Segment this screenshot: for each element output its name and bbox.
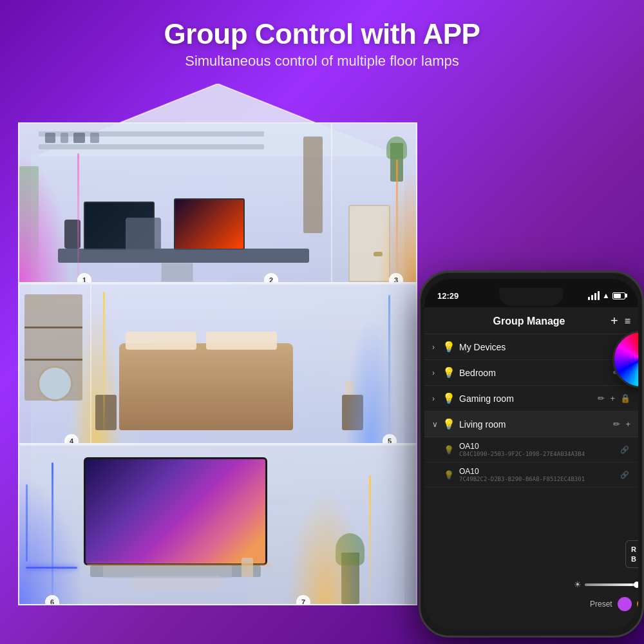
room-number-5: 5 bbox=[383, 434, 397, 444]
group-row-gaming-room[interactable]: › 💡 Gaming room ✏ + 🔒 bbox=[424, 386, 638, 412]
color-r-row: R 208 bbox=[631, 545, 638, 553]
device-name-1: OA10 bbox=[459, 442, 620, 451]
add-button-gaming-room[interactable]: + bbox=[610, 393, 615, 403]
battery-tip bbox=[625, 294, 627, 298]
add-button-living-room[interactable]: + bbox=[625, 419, 630, 429]
status-icons: ▲ bbox=[588, 291, 625, 300]
group-name-living-room: Living room bbox=[459, 419, 613, 430]
floor-mid: 4 5 bbox=[18, 283, 417, 444]
app-header: Group Manage + ≡ bbox=[424, 307, 638, 334]
signal-bar-3 bbox=[594, 293, 596, 300]
rooms-wrapper: 1 2 3 bbox=[18, 122, 417, 605]
color-r-label: R bbox=[631, 545, 638, 553]
menu-button[interactable]: ≡ bbox=[625, 316, 630, 327]
room-number-7: 7 bbox=[296, 595, 310, 605]
group-actions-living-room: ✏ + bbox=[613, 419, 630, 429]
group-row-my-devices[interactable]: › 💡 My Devices ↻ bbox=[424, 334, 638, 360]
battery-icon bbox=[612, 292, 625, 299]
house-illustration: 1 2 3 bbox=[12, 84, 424, 605]
room-number-6: 6 bbox=[45, 595, 59, 605]
device-item-2: 💡 OA10 7C49B2C2-D2B3-B290-B6A8-F8512EC4B… bbox=[424, 462, 638, 488]
device-info-1: OA10 C84C1090-2503-9F2C-1098-27E4A034A3B… bbox=[459, 442, 620, 457]
add-group-button[interactable]: + bbox=[611, 314, 618, 328]
chevron-icon-living-room: ∨ bbox=[432, 420, 439, 429]
brightness-fill bbox=[585, 583, 636, 586]
floor-bot: 6 7 bbox=[18, 444, 417, 605]
room-number-3: 3 bbox=[389, 273, 403, 283]
phone-body: 12:29 ▲ bbox=[419, 270, 644, 638]
wifi-icon: ▲ bbox=[602, 291, 610, 300]
preset-label: Preset bbox=[590, 600, 612, 609]
status-time: 12:29 bbox=[437, 291, 459, 301]
color-b-label: B bbox=[631, 555, 638, 563]
app-content: Group Manage + ≡ › 💡 My Devices ↻ bbox=[424, 307, 638, 629]
edit-button-gaming-room[interactable]: ✏ bbox=[598, 393, 605, 403]
signal-bar-4 bbox=[598, 291, 600, 300]
edit-button-living-room[interactable]: ✏ bbox=[613, 419, 620, 429]
signal-bars bbox=[588, 291, 600, 300]
phone-mockup: 12:29 ▲ bbox=[419, 270, 644, 638]
main-subtitle: Simultaneous control of multiple floor l… bbox=[13, 53, 631, 70]
group-name-my-devices: My Devices bbox=[459, 342, 622, 352]
lock-button-gaming-room[interactable]: 🔒 bbox=[620, 393, 630, 403]
device-link-icon-1[interactable]: 🔗 bbox=[620, 446, 629, 454]
group-row-bedroom[interactable]: › 💡 Bedroom ✏ + bbox=[424, 360, 638, 386]
preset-row: Preset bbox=[590, 597, 638, 611]
device-bulb-icon-2: 💡 bbox=[444, 470, 454, 480]
color-panel: R 208 B 255 bbox=[625, 540, 638, 568]
phone-screen: 12:29 ▲ bbox=[424, 279, 638, 629]
color-b-row: B 255 bbox=[631, 555, 638, 563]
device-id-1: C84C1090-2503-9F2C-1098-27E4A034A3B4 bbox=[459, 451, 620, 457]
battery-fill bbox=[614, 294, 621, 298]
main-title: Group Control with APP bbox=[13, 18, 631, 50]
phone-notch bbox=[499, 288, 564, 306]
signal-bar-1 bbox=[588, 297, 590, 300]
preset-dot-purple[interactable] bbox=[618, 597, 632, 611]
device-name-2: OA10 bbox=[459, 467, 620, 476]
room-number-4: 4 bbox=[64, 434, 79, 444]
device-info-2: OA10 7C49B2C2-D2B3-B290-B6A8-F8512EC4B30… bbox=[459, 467, 620, 482]
bulb-icon-my-devices: 💡 bbox=[442, 341, 455, 353]
page-header: Group Control with APP Simultaneous cont… bbox=[0, 0, 644, 80]
bulb-icon-bedroom: 💡 bbox=[442, 366, 455, 379]
app-title: Group Manage bbox=[448, 316, 611, 327]
device-link-icon-2[interactable]: 🔗 bbox=[620, 471, 629, 479]
signal-bar-2 bbox=[591, 295, 593, 300]
bulb-icon-living-room: 💡 bbox=[442, 418, 455, 430]
room-number-2: 2 bbox=[264, 273, 278, 283]
chevron-icon-gaming-room: › bbox=[432, 394, 439, 403]
room-number-1: 1 bbox=[77, 273, 91, 283]
device-id-2: 7C49B2C2-D2B3-B290-B6A8-F8512EC4B301 bbox=[459, 476, 620, 482]
group-name-gaming-room: Gaming room bbox=[459, 393, 598, 404]
group-row-living-room[interactable]: ∨ 💡 Living room ✏ + bbox=[424, 412, 638, 437]
chevron-icon-bedroom: › bbox=[432, 368, 439, 377]
device-bulb-icon-1: 💡 bbox=[444, 445, 454, 455]
brightness-control: ☀ bbox=[574, 580, 638, 589]
group-name-bedroom: Bedroom bbox=[459, 368, 613, 378]
group-actions-gaming-room: ✏ + 🔒 bbox=[598, 393, 630, 403]
brightness-track[interactable] bbox=[585, 583, 638, 586]
chevron-icon-my-devices: › bbox=[432, 343, 439, 352]
preset-dot-orange[interactable] bbox=[637, 600, 638, 609]
brightness-sun-icon: ☀ bbox=[574, 580, 582, 589]
brightness-thumb[interactable] bbox=[634, 582, 638, 588]
device-item-1: 💡 OA10 C84C1090-2503-9F2C-1098-27E4A034A… bbox=[424, 437, 638, 462]
floor-top: 1 2 3 bbox=[18, 122, 417, 283]
bulb-icon-gaming-room: 💡 bbox=[442, 392, 455, 404]
